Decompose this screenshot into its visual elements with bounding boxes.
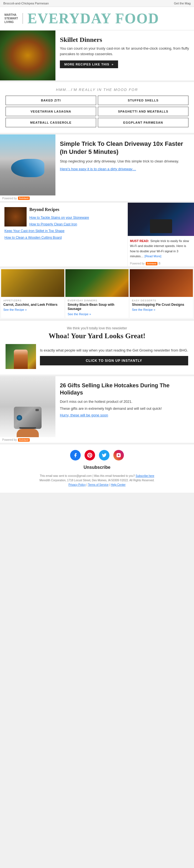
gifts-desc2: These gifts are in extremely high demand… xyxy=(60,406,190,411)
wifi-ad: MUST READ: Simple trick to easily fix sl… xyxy=(128,203,194,267)
ad-driveway-section: Simple Trick To Clean Driveway 10x Faste… xyxy=(0,134,194,201)
privacy-link[interactable]: Privacy Policy xyxy=(68,483,86,486)
recipe-card-image-dinners xyxy=(65,269,129,297)
signup-button[interactable]: CLICK TO SIGN UP INSTANTLY xyxy=(40,356,188,365)
mood-grid: BAKED ZITI STUFFED SHELLS VEGETARIAN LAS… xyxy=(5,96,189,127)
beyond-link-3[interactable]: Keep Your Cast-Iron Skillet in Top Shape xyxy=(4,228,123,233)
wifi-powered-by: Powered by livintent B xyxy=(128,261,194,267)
powered-by-bar: Powered by livintent xyxy=(0,195,194,201)
mood-item-vegetarian-lasagna[interactable]: VEGETARIAN LASAGNA xyxy=(5,107,96,116)
recipe-link-dinners[interactable]: See the Recipe » xyxy=(68,312,126,316)
recipe-category-appetizers: APPETIZERS xyxy=(3,299,62,302)
mood-item-spaghetti[interactable]: SPAGHETTI AND MEATBALLS xyxy=(98,107,189,116)
promo-text: Is exactly what people will say when you… xyxy=(40,348,188,353)
twitter-icon[interactable] xyxy=(99,450,109,461)
top-bar: Broccoli-and-Chickpea Parmesan Get the M… xyxy=(0,0,194,7)
recipe-link-appetizers[interactable]: See the Recipe » xyxy=(3,308,62,311)
wifi-ad-label: B xyxy=(159,262,160,265)
hero-title: Skillet Dinners xyxy=(60,36,190,43)
footer-legal: This email was sent to xxxxxx@gmail.com … xyxy=(5,474,189,487)
recipe-link-desserts[interactable]: See the Recipe » xyxy=(132,308,191,311)
instagram-icon[interactable] xyxy=(114,450,124,461)
top-bar-right[interactable]: Get the Mag xyxy=(174,2,191,5)
recipe-name-dinners: Smoky Black-Bean Soup with Sausage xyxy=(68,303,126,311)
hand-holding xyxy=(17,429,39,437)
wifi-ad-image xyxy=(128,203,194,236)
driveway-title: Simple Trick To Clean Driveway 10x Faste… xyxy=(60,140,190,156)
gifts-livintent-logo: livintent xyxy=(18,438,30,442)
more-recipes-button[interactable]: MORE RECIPES LIKE THIS » xyxy=(60,60,118,68)
recipe-name-desserts: Showstopping Pie Crust Designs xyxy=(132,303,191,307)
driveway-image xyxy=(0,134,56,195)
recipe-card-dinners: EVERYDAY DINNERS Smoky Black-Bean Soup w… xyxy=(65,269,129,318)
promo-image xyxy=(5,344,36,369)
terms-link[interactable]: Terms of Service xyxy=(88,483,108,486)
gifts-powered-by: Powered by livintent xyxy=(0,437,194,443)
subscribe-link[interactable]: Subscribe here xyxy=(135,474,154,477)
promo-inner: Is exactly what people will say when you… xyxy=(5,344,189,369)
promo-subtitle: We think you'll totally love this newsle… xyxy=(5,326,189,330)
header: MARTHA STEWART LIVING EVERYDAY FOOD xyxy=(0,7,194,31)
gifts-desc1: Don't miss out on the hottest product of… xyxy=(60,399,190,404)
read-more-link[interactable]: [Read More] xyxy=(145,254,162,258)
site-title: EVERYDAY FOOD xyxy=(27,10,159,27)
recipe-category-dinners: EVERYDAY DINNERS xyxy=(68,299,126,302)
gifts-title: 26 Gifts Selling Like Hotcakes During Th… xyxy=(60,382,190,396)
recipe-card-body-appetizers: APPETIZERS Carrot, Zucchini, and Leek Fr… xyxy=(1,297,64,314)
promo-title: Whoa! Your Yard Looks Great! xyxy=(5,332,189,340)
recipe-category-desserts: EASY DESSERTS xyxy=(132,299,191,302)
top-bar-left[interactable]: Broccoli-and-Chickpea Parmesan xyxy=(3,2,49,5)
two-col-section: Beyond Recipes How to Tackle Stains on y… xyxy=(0,203,194,267)
hero-description: You can count on your trusty cast-iron s… xyxy=(60,46,190,57)
must-read-label: MUST READ: xyxy=(130,239,149,243)
gifts-image xyxy=(0,376,56,437)
livintent-logo: livintent xyxy=(18,196,30,200)
beyond-recipes: Beyond Recipes How to Tackle Stains on y… xyxy=(0,203,128,267)
recipe-card-body-desserts: EASY DESSERTS Showstopping Pie Crust Des… xyxy=(130,297,193,314)
social-icons xyxy=(5,450,189,461)
facebook-icon[interactable] xyxy=(70,450,80,461)
beyond-link-4[interactable]: How to Clean a Wooden Cutting Board xyxy=(4,235,123,240)
ad-gifts-section: 26 Gifts Selling Like Hotcakes During Th… xyxy=(0,376,194,443)
projector-device xyxy=(14,407,41,429)
unsubscribe-title[interactable]: Unsubscribe xyxy=(5,465,189,470)
beyond-recipes-image xyxy=(4,207,27,226)
recipe-card-image-desserts xyxy=(130,269,193,297)
wifi-ad-content: MUST READ: Simple trick to easily fix sl… xyxy=(128,236,194,261)
recipe-card-body-dinners: EVERYDAY DINNERS Smoky Black-Bean Soup w… xyxy=(65,297,129,318)
recipe-cards-section: APPETIZERS Carrot, Zucchini, and Leek Fr… xyxy=(0,268,194,319)
mood-item-meatball-casserole[interactable]: MEATBALL CASSEROLE xyxy=(5,118,96,127)
driveway-content: Simple Trick To Clean Driveway 10x Faste… xyxy=(56,134,194,195)
recipe-card-desserts: EASY DESSERTS Showstopping Pie Crust Des… xyxy=(130,269,193,318)
mood-section: HMM...I'M REALLY IN THE MOOD FOR BAKED Z… xyxy=(0,82,194,133)
social-footer: Unsubscribe This email was sent to xxxxx… xyxy=(0,444,194,493)
hero-image xyxy=(0,31,56,81)
mood-item-eggplant-parmesan[interactable]: EGGPLANT PARMESAN xyxy=(98,118,189,127)
gifts-content: 26 Gifts Selling Like Hotcakes During Th… xyxy=(56,376,194,437)
wifi-livintent-logo: livintent xyxy=(146,262,158,265)
hero-section: Skillet Dinners You can count on your tr… xyxy=(0,31,194,81)
promo-right: Is exactly what people will say when you… xyxy=(40,348,188,365)
mood-title: HMM...I'M REALLY IN THE MOOD FOR xyxy=(5,88,189,92)
recipe-card-appetizers: APPETIZERS Carrot, Zucchini, and Leek Fr… xyxy=(1,269,64,318)
newsletter-promo-section: We think you'll totally love this newsle… xyxy=(0,321,194,375)
brand-name: MARTHA STEWART LIVING xyxy=(4,13,23,24)
hero-content: Skillet Dinners You can count on your tr… xyxy=(56,31,194,81)
recipe-name-appetizers: Carrot, Zucchini, and Leek Fritters xyxy=(3,303,62,307)
arrow-icon: » xyxy=(112,63,114,66)
pinterest-icon[interactable] xyxy=(85,450,95,461)
driveway-description: Stop neglecting your dirty driveway. Use… xyxy=(60,159,190,164)
mood-item-stuffed-shells[interactable]: STUFFED SHELLS xyxy=(98,96,189,105)
gifts-link[interactable]: Hurry, these will be gone soon xyxy=(60,413,190,417)
driveway-link[interactable]: Here's how easy it is to clean a dirty d… xyxy=(60,167,190,171)
help-link[interactable]: Help Center xyxy=(111,483,126,486)
router-image xyxy=(150,219,172,233)
recipe-card-image-appetizers xyxy=(1,269,64,297)
mood-item-baked-ziti[interactable]: BAKED ZITI xyxy=(5,96,96,105)
